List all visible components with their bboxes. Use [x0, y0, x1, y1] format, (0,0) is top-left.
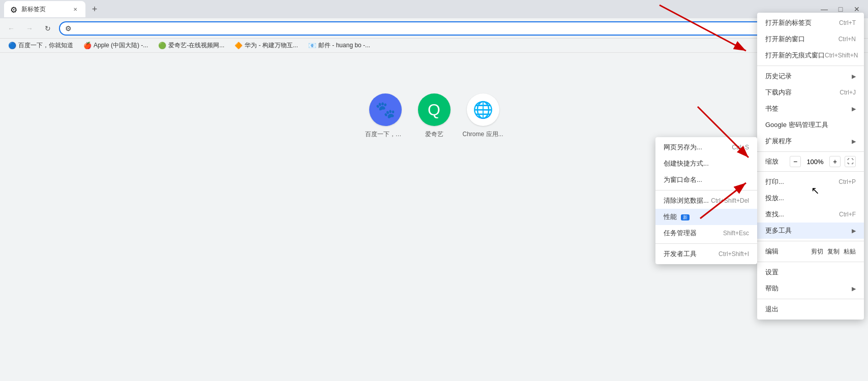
divider-2: [757, 151, 864, 152]
menu-bookmarks[interactable]: 书签 ▶: [757, 101, 864, 117]
bookmark-apple[interactable]: 🍎 Apple (中国大陆) -...: [79, 40, 152, 51]
submenu-save-page[interactable]: 网页另存为... Ctrl+S: [655, 139, 757, 155]
tab-favicon: ⚙: [10, 5, 18, 13]
submenu-task-manager[interactable]: 任务管理器 Shift+Esc: [655, 225, 757, 241]
reload-button[interactable]: ↻: [41, 21, 55, 36]
zoom-fullscreen-button[interactable]: ⛶: [845, 156, 856, 167]
sub-context-menu: 网页另存为... Ctrl+S 创建快捷方式... 为窗口命名... 清除浏览数…: [655, 137, 757, 264]
shortcut-chrome-label: Chrome 应用...: [463, 130, 503, 139]
shortcut-iqiyi-icon: Q: [418, 93, 451, 126]
submenu-divider-2: [655, 243, 757, 244]
divider-3: [757, 171, 864, 172]
menu-downloads[interactable]: 下载内容 Ctrl+J: [757, 84, 864, 101]
address-bar-row: ← → ↻ ⚙ ⬆ ☆ 🧩 👤 ⋮: [0, 18, 868, 39]
bookmark-huawei[interactable]: 🔶 华为 - 构建万物互...: [230, 40, 302, 51]
tab-bar: ⚙ 新标签页 ✕ + — □ ✕: [0, 0, 868, 18]
submenu-create-shortcut[interactable]: 创建快捷方式...: [655, 155, 757, 172]
submenu-clear-data[interactable]: 清除浏览数据... Ctrl+Shift+Del: [655, 193, 757, 209]
menu-help[interactable]: 帮助 ▶: [757, 280, 864, 297]
tab-close-button[interactable]: ✕: [71, 5, 79, 13]
active-tab[interactable]: ⚙ 新标签页 ✕: [4, 1, 85, 17]
address-bar[interactable]: ⚙ ⬆ ☆: [59, 21, 813, 36]
menu-incognito[interactable]: 打开新的无痕式窗口 Ctrl+Shift+N: [757, 47, 864, 64]
divider-4: [757, 241, 864, 241]
edit-cut[interactable]: 剪切: [811, 247, 823, 256]
menu-print[interactable]: 打印... Ctrl+P: [757, 174, 864, 190]
back-button[interactable]: ←: [4, 21, 18, 36]
new-tab-content: 🐾 百度一下，你... Q 爱奇艺 🌐 Chrome 应用...: [0, 53, 868, 139]
bookmark-iqiyi[interactable]: 🟢 爱奇艺-在线视频网...: [154, 40, 228, 51]
submenu-dev-tools[interactable]: 开发者工具 Ctrl+Shift+I: [655, 246, 757, 262]
shortcut-chrome-icon: 🌐: [467, 93, 499, 126]
zoom-plus-button[interactable]: +: [829, 156, 841, 167]
bookmark-mail[interactable]: 📧 邮件 - huang bo -...: [304, 40, 374, 51]
bookmark-huawei-label: 华为 - 构建万物互...: [245, 41, 298, 50]
edit-paste[interactable]: 粘贴: [844, 247, 856, 256]
menu-new-window[interactable]: 打开新的窗口 Ctrl+N: [757, 31, 864, 47]
forward-button[interactable]: →: [22, 21, 37, 36]
divider-6: [757, 299, 864, 299]
menu-find[interactable]: 查找... Ctrl+F: [757, 206, 864, 223]
menu-settings[interactable]: 设置: [757, 264, 864, 280]
main-context-menu: 打开新的标签页 Ctrl+T 打开新的窗口 Ctrl+N 打开新的无痕式窗口 C…: [757, 13, 864, 320]
address-favicon: ⚙: [65, 24, 72, 33]
bookmark-baidu-label: 百度一下，你就知道: [18, 41, 73, 50]
menu-history[interactable]: 历史记录 ▶: [757, 68, 864, 84]
shortcut-chrome[interactable]: 🌐 Chrome 应用...: [463, 93, 503, 139]
shortcuts-row: 🐾 百度一下，你... Q 爱奇艺 🌐 Chrome 应用...: [365, 93, 503, 139]
submenu-divider-1: [655, 190, 757, 190]
bookmarks-bar: 🔵 百度一下，你就知道 🍎 Apple (中国大陆) -... 🟢 爱奇艺-在线…: [0, 39, 868, 53]
bookmark-apple-label: Apple (中国大陆) -...: [94, 41, 148, 50]
edit-copy[interactable]: 复制: [827, 247, 840, 256]
menu-exit[interactable]: 退出: [757, 301, 864, 318]
zoom-value: 100%: [805, 158, 825, 166]
shortcut-iqiyi-label: 爱奇艺: [425, 130, 443, 139]
zoom-row: 缩放 − 100% + ⛶: [757, 154, 864, 169]
menu-passwords[interactable]: Google 密码管理工具: [757, 117, 864, 133]
zoom-minus-button[interactable]: −: [790, 156, 801, 167]
submenu-name-window[interactable]: 为窗口命名...: [655, 172, 757, 188]
menu-edit[interactable]: 编辑 剪切 复制 粘贴: [757, 243, 864, 260]
menu-more-tools[interactable]: 更多工具 ▶: [757, 223, 864, 239]
shortcut-baidu[interactable]: 🐾 百度一下，你...: [365, 93, 406, 139]
tab-title: 新标签页: [21, 5, 46, 14]
divider-1: [757, 66, 864, 66]
shortcut-baidu-label: 百度一下，你...: [365, 130, 406, 139]
bookmark-mail-label: 邮件 - huang bo -...: [318, 41, 370, 50]
shortcut-iqiyi[interactable]: Q 爱奇艺: [418, 93, 451, 139]
menu-extensions[interactable]: 扩展程序 ▶: [757, 133, 864, 149]
menu-cast[interactable]: 投放...: [757, 190, 864, 206]
shortcut-baidu-icon: 🐾: [369, 93, 402, 126]
submenu-performance[interactable]: 性能 新: [655, 209, 757, 225]
menu-new-tab[interactable]: 打开新的标签页 Ctrl+T: [757, 15, 864, 31]
new-tab-button[interactable]: +: [87, 2, 102, 16]
bookmark-baidu[interactable]: 🔵 百度一下，你就知道: [4, 40, 77, 51]
divider-5: [757, 262, 864, 262]
bookmark-iqiyi-label: 爱奇艺-在线视频网...: [168, 41, 224, 50]
